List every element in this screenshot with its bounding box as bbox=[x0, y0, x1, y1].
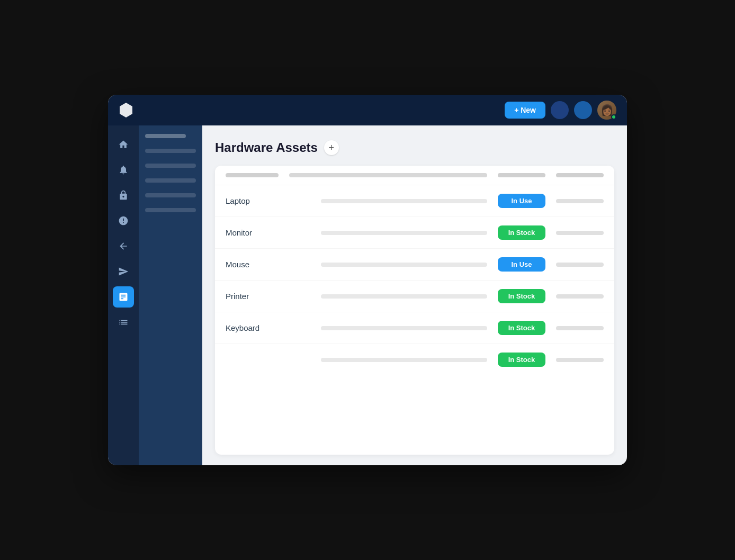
status-badge: In Stock bbox=[498, 225, 545, 240]
table-row[interactable]: Printer In Stock bbox=[215, 281, 614, 312]
warning-icon[interactable] bbox=[113, 210, 134, 231]
header-bar-col bbox=[289, 173, 487, 177]
row-name: Printer bbox=[226, 292, 310, 301]
row-bar bbox=[321, 358, 487, 362]
table-row[interactable]: Laptop In Use bbox=[215, 185, 614, 217]
status-badge: In Use bbox=[498, 257, 545, 272]
hardware-assets-table: Laptop In Use Monitor In Stock Mouse In … bbox=[215, 166, 614, 455]
status-badge: In Stock bbox=[498, 321, 545, 335]
top-bar-right: + New 👩🏾 bbox=[505, 101, 616, 120]
header-name-col bbox=[226, 173, 279, 177]
back-icon[interactable] bbox=[113, 236, 134, 257]
list-icon[interactable] bbox=[113, 312, 134, 333]
bell-icon[interactable] bbox=[113, 159, 134, 180]
new-button[interactable]: + New bbox=[505, 102, 545, 119]
share-icon[interactable] bbox=[113, 185, 134, 206]
sidebar-bar-2 bbox=[145, 149, 196, 153]
status-badge: In Use bbox=[498, 194, 545, 208]
send-icon[interactable] bbox=[113, 261, 134, 282]
home-icon[interactable] bbox=[113, 134, 134, 155]
sidebar-bar-6 bbox=[145, 208, 196, 212]
table-row[interactable]: In Stock bbox=[215, 344, 614, 375]
row-bar bbox=[321, 231, 487, 235]
row-bar bbox=[321, 294, 487, 299]
table-row[interactable]: Keyboard In Stock bbox=[215, 312, 614, 344]
sidebar-secondary bbox=[139, 125, 202, 465]
row-name: Mouse bbox=[226, 260, 310, 269]
sidebar-bar-5 bbox=[145, 193, 196, 197]
row-trail bbox=[556, 231, 604, 235]
page-header: Hardware Assets + bbox=[215, 140, 614, 155]
row-bar bbox=[321, 199, 487, 203]
top-bar-left bbox=[116, 101, 136, 120]
add-tab-button[interactable]: + bbox=[324, 140, 339, 155]
row-trail bbox=[556, 326, 604, 330]
row-bar bbox=[321, 263, 487, 267]
status-badge: In Stock bbox=[498, 353, 545, 367]
table-body: Laptop In Use Monitor In Stock Mouse In … bbox=[215, 185, 614, 375]
top-bar: + New 👩🏾 bbox=[108, 95, 627, 125]
sidebar-icons bbox=[108, 125, 139, 465]
avatar-circle-2[interactable] bbox=[574, 101, 592, 119]
app-window: + New 👩🏾 bbox=[108, 95, 627, 465]
main-area: Hardware Assets + Laptop In Use Monitor … bbox=[108, 125, 627, 465]
status-badge: In Stock bbox=[498, 289, 545, 303]
table-row[interactable]: Mouse In Use bbox=[215, 249, 614, 281]
header-trail-col bbox=[556, 173, 604, 177]
row-name: Monitor bbox=[226, 228, 310, 237]
table-header bbox=[215, 166, 614, 185]
sidebar-bar-1 bbox=[145, 134, 186, 138]
row-trail bbox=[556, 263, 604, 267]
row-trail bbox=[556, 199, 604, 203]
online-indicator bbox=[611, 114, 616, 120]
row-name: Keyboard bbox=[226, 323, 310, 332]
row-name: Laptop bbox=[226, 196, 310, 205]
row-bar bbox=[321, 326, 487, 330]
avatar-circle-1[interactable] bbox=[551, 101, 569, 119]
page-title: Hardware Assets bbox=[215, 140, 318, 155]
logo bbox=[116, 101, 136, 120]
row-trail bbox=[556, 294, 604, 299]
sidebar-bar-3 bbox=[145, 164, 196, 168]
sidebar-bar-4 bbox=[145, 178, 196, 183]
header-status-col bbox=[498, 173, 545, 177]
row-trail bbox=[556, 358, 604, 362]
assets-icon[interactable] bbox=[113, 286, 134, 308]
content-area: Hardware Assets + Laptop In Use Monitor … bbox=[202, 125, 627, 465]
table-row[interactable]: Monitor In Stock bbox=[215, 217, 614, 249]
svg-marker-0 bbox=[120, 103, 132, 118]
user-avatar-wrapper[interactable]: 👩🏾 bbox=[597, 101, 616, 120]
